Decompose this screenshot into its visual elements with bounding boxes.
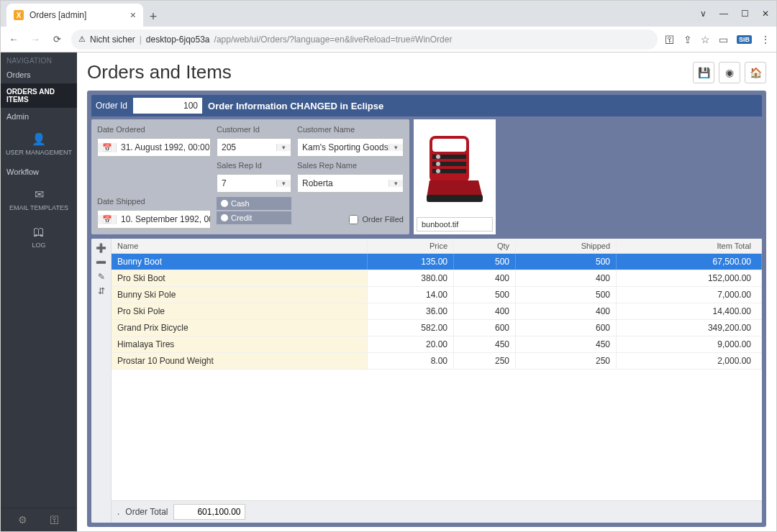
table-row[interactable]: Himalaya Tires20.004504509,000.00 — [112, 336, 762, 353]
chevron-down-icon: ▾ — [388, 144, 403, 151]
order-filled-checkbox[interactable] — [349, 215, 358, 224]
refresh-button[interactable]: ◉ — [719, 62, 740, 83]
label-date-shipped: Date Shipped — [97, 197, 211, 206]
address-bar[interactable]: ⚠ Nicht sicher | desktop-6jqo53a/app/web… — [71, 29, 658, 50]
nav-reload-button[interactable]: ⟳ — [50, 34, 64, 45]
bookmark-icon[interactable]: ☆ — [701, 34, 710, 45]
sales-rep-name-select[interactable]: Roberta ▾ — [297, 174, 404, 193]
log-icon: 🕮 — [33, 226, 45, 239]
save-button[interactable]: 💾 — [693, 62, 714, 83]
image-caption: bunboot.tif — [417, 217, 493, 231]
grid-add-icon[interactable]: ➕ — [96, 243, 106, 253]
label-customer-name: Customer Name — [297, 125, 404, 134]
col-item-total[interactable]: Item Total — [617, 239, 762, 253]
settings-gear-icon[interactable]: ⚙ — [18, 514, 27, 526]
sidebar-item-orders[interactable]: Orders — [1, 66, 77, 83]
key-footer-icon[interactable]: ⚿ — [50, 514, 60, 526]
order-total-field[interactable] — [173, 504, 245, 520]
grid-header: Name Price Qty Shipped Item Total — [112, 239, 762, 254]
product-image-panel: bunboot.tif — [414, 119, 496, 234]
grid-edit-icon[interactable]: ✎ — [98, 272, 105, 282]
date-shipped-field[interactable]: 📅 10. September 1992, 00:00 — [97, 210, 211, 229]
page-title: Orders and Items — [87, 61, 232, 83]
chevron-down-icon: ▾ — [388, 180, 403, 187]
tab-title: Orders [admin] — [29, 10, 86, 20]
tab-close-icon[interactable]: × — [130, 9, 136, 21]
share-icon[interactable]: ⇪ — [683, 34, 692, 45]
label-sales-rep-id: Sales Rep Id — [217, 161, 291, 170]
chevron-down-icon: ▾ — [276, 180, 291, 187]
sidebar-item-orders-and-items[interactable]: ORDERS AND ITEMS — [1, 83, 77, 108]
label-order-filled: Order Filled — [363, 215, 404, 224]
security-label: Nicht sicher — [90, 35, 135, 45]
col-name[interactable]: Name — [112, 239, 368, 253]
user-icon: 👤 — [32, 132, 46, 146]
sidebar-item-admin[interactable]: Admin — [1, 108, 77, 125]
mail-icon: ✉ — [35, 188, 44, 201]
sidebar-item-workflow[interactable]: Workflow — [1, 163, 77, 180]
reader-icon[interactable]: ▭ — [719, 34, 728, 45]
table-row[interactable]: Bunny Ski Pole14.005005007,000.00 — [112, 287, 762, 303]
key-icon[interactable]: ⚿ — [665, 34, 675, 45]
window-maximize-icon[interactable]: ☐ — [741, 9, 749, 19]
col-shipped[interactable]: Shipped — [516, 239, 617, 253]
url-path: /app/web/ui/Orders/?language=en&liveRelo… — [214, 35, 453, 45]
window-close-icon[interactable]: ✕ — [762, 9, 769, 19]
label-date-ordered: Date Ordered — [97, 125, 211, 134]
window-minimize-icon[interactable]: — — [719, 9, 728, 19]
table-row[interactable]: Pro Ski Boot380.00400400152,000.00 — [112, 270, 762, 287]
svg-point-6 — [436, 155, 440, 159]
label-customer-id: Customer Id — [217, 125, 291, 134]
sidebar-section-navigation: NAVIGATION — [1, 52, 77, 66]
table-row[interactable]: Pro Ski Pole36.0040040014,400.00 — [112, 303, 762, 320]
home-button[interactable]: 🏠 — [745, 62, 766, 83]
order-total-label: Order Total — [125, 507, 168, 517]
col-price[interactable]: Price — [368, 239, 454, 253]
chevron-down-icon: ▾ — [276, 144, 291, 151]
new-tab-button[interactable]: + — [143, 6, 163, 27]
svg-point-7 — [436, 162, 440, 166]
sidebar-item-user-management[interactable]: 👤 USER MANAGEMENT — [1, 125, 77, 163]
svg-rect-1 — [432, 139, 466, 152]
extension-badge[interactable]: SIB — [737, 35, 752, 44]
grid-remove-icon[interactable]: ➖ — [96, 257, 106, 267]
sales-rep-id-select[interactable]: 7 ▾ — [217, 174, 291, 193]
label-sales-rep-name: Sales Rep Name — [297, 161, 404, 170]
col-qty[interactable]: Qty — [454, 239, 516, 253]
grid-sort-icon[interactable]: ⇵ — [98, 286, 105, 296]
tab-favicon: X — [14, 10, 24, 20]
sidebar: NAVIGATION Orders ORDERS AND ITEMS Admin… — [1, 52, 77, 531]
browser-tab[interactable]: X Orders [admin] × — [6, 4, 143, 27]
product-image — [417, 122, 493, 214]
order-info-banner: Order Information CHANGED in Eclipse — [208, 101, 383, 111]
table-row[interactable]: Bunny Boot135.0050050067,500.00 — [112, 254, 762, 270]
svg-point-8 — [436, 169, 440, 173]
window-dropdown-icon[interactable]: ∨ — [700, 9, 706, 19]
order-id-label: Order Id — [96, 101, 127, 111]
date-ordered-field[interactable]: 📅 31. August 1992, 00:00 — [97, 138, 211, 157]
table-row[interactable]: Grand Prix Bicycle582.00600600349,200.00 — [112, 320, 762, 336]
nav-back-button[interactable]: ← — [6, 34, 21, 45]
customer-id-select[interactable]: 205 ▾ — [217, 138, 291, 157]
payment-radio-credit[interactable]: Credit — [217, 211, 291, 224]
customer-name-select[interactable]: Kam's Sporting Goods ▾ — [297, 138, 404, 157]
security-warning-icon: ⚠ — [78, 35, 86, 44]
nav-forward-button[interactable]: → — [28, 34, 42, 45]
calendar-icon: 📅 — [98, 215, 117, 224]
url-host: desktop-6jqo53a — [146, 35, 210, 45]
payment-radio-cash[interactable]: Cash — [217, 197, 291, 210]
order-id-input[interactable] — [133, 98, 202, 114]
sidebar-item-email-templates[interactable]: ✉ EMAIL TEMPLATES — [1, 180, 77, 219]
svg-rect-5 — [427, 195, 483, 202]
menu-icon[interactable]: ⋮ — [760, 34, 771, 45]
calendar-icon: 📅 — [98, 143, 117, 152]
sidebar-item-log[interactable]: 🕮 LOG — [1, 219, 77, 256]
table-row[interactable]: Prostar 10 Pound Weight8.002502502,000.0… — [112, 353, 762, 370]
